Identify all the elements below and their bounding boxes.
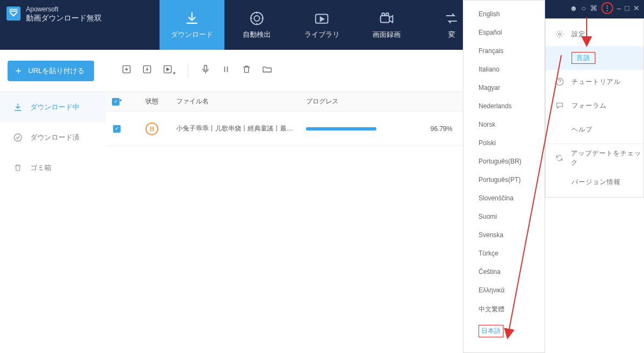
col-file[interactable]: ファイル名 [176,97,306,106]
folder-icon[interactable] [262,64,273,78]
refresh-icon [555,154,563,162]
progress-bar [306,127,376,130]
svg-rect-4 [381,16,389,23]
menu-item-label: ヘルプ [572,125,593,134]
download-icon [184,10,200,27]
language-option[interactable]: Suomi [463,207,545,226]
language-option[interactable]: Italiano [463,60,545,79]
pause-icon[interactable] [221,64,231,78]
user-icon[interactable]: ☻ [570,4,578,12]
close-icon[interactable]: ✕ [633,4,640,12]
grid-icon[interactable]: ⌘ [590,4,597,12]
settings-menu-item[interactable]: 設定 [546,22,643,46]
svg-point-5 [382,13,384,16]
tab-library[interactable]: ライブラリ [289,0,354,50]
language-option[interactable]: Magyar [463,79,545,97]
library-icon [314,10,330,27]
row-filename: 小兔子乖乖丨儿歌串烧丨經典童謠丨最… [176,124,306,133]
svg-rect-10 [204,65,207,70]
download-one-icon[interactable] [142,64,152,78]
downloading-icon [13,102,23,112]
language-menu: EnglishEspañolFrançaisItalianoMagyarNede… [463,0,545,353]
gear-icon [555,30,564,38]
settings-menu-item[interactable]: フォーラム [546,94,643,117]
svg-point-2 [254,16,260,21]
language-option[interactable]: Português(PT) [463,171,545,189]
convert-icon [443,10,460,27]
separator [188,64,188,78]
language-option[interactable]: English [463,5,545,23]
camera-icon [379,10,395,27]
svg-point-1 [251,12,263,25]
sidebar-item-downloading[interactable]: ダウンロード中 [0,92,106,122]
minimize-icon[interactable]: – [617,4,621,12]
account-icon[interactable]: ○ [581,4,586,12]
language-option[interactable]: Slovenščina [463,189,545,207]
language-option[interactable]: Español [463,23,545,42]
language-option[interactable]: Français [463,42,545,60]
brand-product: 動画ダウンロード無双 [26,14,102,23]
radar-icon [249,10,265,27]
menu-item-label: チュートリアル [572,77,621,87]
tab-label: 画面録画 [373,30,401,40]
question-icon [555,77,564,86]
brand-name: Apowersoft [26,5,102,13]
svg-point-11 [14,134,22,141]
settings-menu-item[interactable]: ヘルプ [546,117,643,141]
svg-point-13 [559,33,561,35]
tab-record[interactable]: 画面録画 [354,0,419,50]
tab-download[interactable]: ダウンロード [160,0,224,50]
settings-menu-item[interactable]: チュートリアル [546,70,643,94]
menu-item-label: フォーラム [572,101,607,110]
col-state[interactable]: 状態 [128,97,176,106]
language-option[interactable]: Norsk [463,115,545,134]
sidebar-label: ダウンロード中 [30,102,79,112]
tab-label: ダウンロード [171,30,213,40]
chat-icon [555,101,564,110]
tab-label: 変 [448,30,455,40]
language-option[interactable]: 中文繁體 [463,299,545,319]
language-option[interactable]: 日本語 [463,319,545,343]
tab-label: 自動検出 [243,30,271,40]
sidebar-label: ダウンロード済 [30,133,79,142]
menu-item-label: 設定 [572,30,586,39]
plus-icon [14,67,23,75]
app-logo-icon [6,6,21,21]
svg-point-12 [146,123,158,135]
language-option[interactable]: Svenska [463,226,545,244]
paste-url-button[interactable]: URLを貼り付ける [8,61,94,81]
settings-menu-item[interactable]: アップデートをチェック [546,146,643,170]
svg-rect-0 [6,6,21,21]
paste-label: URLを貼り付ける [28,66,84,76]
select-all-checkbox[interactable]: ✓ [112,98,119,106]
language-option[interactable]: Ελληνικά [463,281,545,299]
sidebar-label: ゴミ箱 [30,163,51,173]
svg-point-6 [386,13,389,16]
pause-status-icon[interactable] [145,122,159,136]
sidebar-item-trash[interactable]: ゴミ箱 [0,153,106,183]
delete-icon[interactable] [241,64,252,78]
menu-separator [546,143,643,144]
menu-item-label: 言語 [572,54,595,63]
tab-detect[interactable]: 自動検出 [224,0,289,50]
trash-icon [13,163,23,173]
language-option[interactable]: Čeština [463,263,545,281]
menu-dots-icon[interactable]: ⋮ [601,2,613,14]
tab-label: ライブラリ [304,30,340,40]
row-checkbox[interactable]: ✓ [113,125,121,133]
settings-menu-item[interactable]: 言語 [546,46,643,70]
language-option[interactable]: Português(BR) [463,152,545,171]
done-icon [13,133,23,142]
mic-icon[interactable] [200,64,211,78]
sidebar-item-downloaded[interactable]: ダウンロード済 [0,122,106,153]
menu-item-label: バージョン情報 [572,178,621,187]
maximize-icon[interactable]: □ [625,4,629,12]
language-option[interactable]: Nederlands [463,97,545,115]
language-option[interactable]: Polski [463,134,545,152]
col-progress[interactable]: プログレス [306,97,430,106]
settings-menu-item[interactable]: バージョン情報 [546,170,643,194]
play-icon[interactable]: ▾ [162,64,176,78]
brand-area: Apowersoft 動画ダウンロード無双 [0,0,160,50]
language-option[interactable]: Türkçe [463,244,545,263]
download-all-icon[interactable] [121,64,132,78]
